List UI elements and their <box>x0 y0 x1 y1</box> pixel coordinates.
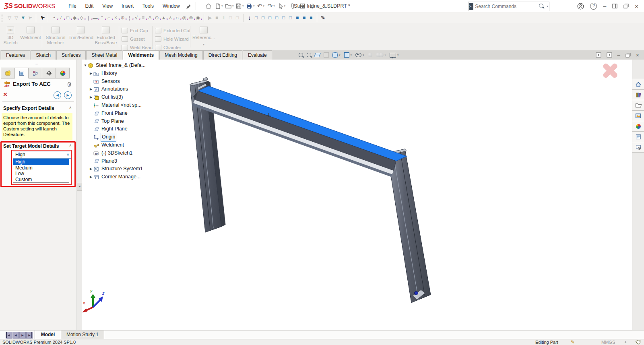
filter-sketch-segments-icon[interactable]: ⌐ <box>105 14 112 22</box>
tab-surfaces[interactable]: Surfaces <box>56 50 86 60</box>
filter-edges-icon[interactable]: / <box>58 14 64 22</box>
filter-centerlines-icon[interactable]: ¦ <box>126 14 133 22</box>
filter-center-marks-icon[interactable]: ⊕ <box>119 14 126 22</box>
tree-item-corner-management[interactable]: ▶ Corner Manage... <box>83 173 167 181</box>
tree-item-origin[interactable]: Origin <box>83 133 167 141</box>
filter-funnel-icon[interactable]: ▽ <box>13 14 20 22</box>
display-manager-tab[interactable] <box>56 68 70 79</box>
save-icon[interactable] <box>235 2 244 10</box>
menu-edit[interactable]: Edit <box>81 0 98 12</box>
pane-right-icon[interactable] <box>607 52 612 58</box>
tree-item-weldment[interactable]: Weldment <box>83 141 167 149</box>
select-tool-icon[interactable]: ➤ <box>39 14 45 22</box>
tab-mesh-modeling[interactable]: Mesh Modeling <box>159 50 202 60</box>
property-manager-tab[interactable] <box>15 68 29 79</box>
tab-sheet-metal[interactable]: Sheet Metal <box>86 50 122 60</box>
view-dimetric-icon[interactable]: ■ <box>301 14 308 22</box>
right-column[interactable] <box>387 149 431 303</box>
view-left-icon[interactable]: □ <box>266 14 273 22</box>
capture-image-icon[interactable]: □ <box>234 14 241 22</box>
hole-wizard-button[interactable]: Hole Wizard <box>155 35 189 43</box>
section-view-icon[interactable] <box>315 53 320 57</box>
top-beam[interactable] <box>192 84 407 177</box>
gusset-button[interactable]: Gusset <box>122 35 144 43</box>
cancel-button[interactable]: × <box>3 91 7 98</box>
units-text[interactable]: MMGS <box>601 340 615 345</box>
cursor-arrow-icon[interactable]: ➤ <box>27 14 33 22</box>
tab-evaluate[interactable]: Evaluate <box>243 50 272 60</box>
panel-drag-dots[interactable]: ⋯ <box>35 62 38 66</box>
tree-item-3dsketch1[interactable]: 3D (-) 3DSketch1 <box>83 149 167 157</box>
hide-show-items-icon[interactable] <box>355 53 364 57</box>
view-top-icon[interactable]: □ <box>280 14 287 22</box>
panel-splitter[interactable]: ◂ <box>77 60 82 330</box>
selected-face[interactable] <box>198 86 407 161</box>
collapsed-arrow-icon[interactable]: ▶ <box>89 165 93 173</box>
view-normal-to-icon[interactable]: ↓ <box>246 14 253 22</box>
end-cap-button[interactable]: End Cap <box>122 27 148 34</box>
filter-connection-points-icon[interactable]: ⊚ <box>188 14 194 22</box>
feature-manager-tab[interactable] <box>1 68 15 79</box>
panel-help-icon[interactable]: ? <box>68 81 71 87</box>
filter-planes-icon[interactable]: ▬ <box>92 14 99 22</box>
filter-routing-points-icon[interactable]: ◉ <box>194 14 201 22</box>
configuration-manager-tab[interactable] <box>29 68 42 79</box>
tab-weldments[interactable]: Weldments <box>123 50 159 60</box>
account-icon[interactable] <box>577 3 584 10</box>
tree-item-plane3[interactable]: Plane3 <box>83 157 167 165</box>
print-icon[interactable] <box>246 2 255 10</box>
view-settings-icon[interactable] <box>390 53 399 58</box>
collapsed-arrow-icon[interactable]: ▶ <box>89 70 93 78</box>
menu-file[interactable]: File <box>64 0 80 12</box>
menu-view[interactable]: View <box>98 0 117 12</box>
weldment-button[interactable]: Weldment <box>20 25 41 49</box>
tree-item-material[interactable]: Material <not sp... <box>83 101 167 109</box>
collapsed-arrow-icon[interactable]: ▶ <box>89 93 93 101</box>
filter-weld-symbols-icon[interactable]: ∧ <box>167 14 174 22</box>
filter-weld-beads-icon[interactable]: ∩ <box>174 14 181 22</box>
specify-export-details-header[interactable]: Specify Export Details <box>3 105 54 111</box>
redo-icon[interactable]: ↷ <box>267 2 276 10</box>
filter-solid-bodies-icon[interactable]: ◇ <box>78 14 85 22</box>
filter-apply-icon[interactable]: ▼ <box>20 14 27 22</box>
view-isometric-icon[interactable]: ■ <box>294 14 301 22</box>
confirmation-corner-cancel-icon[interactable] <box>602 64 618 78</box>
design-library-icon[interactable] <box>632 90 644 100</box>
tree-item-structure-system1[interactable]: ▶ Structure System1 <box>83 165 167 173</box>
doc-restore-icon[interactable] <box>625 53 631 58</box>
filter-surface-bodies-icon[interactable]: ◆ <box>71 14 78 22</box>
first-tab-icon[interactable]: ◀ <box>6 332 12 339</box>
motion-study-1-tab[interactable]: Motion Study 1 <box>61 331 104 339</box>
tags-icon[interactable] <box>635 340 641 345</box>
extruded-cut-button[interactable]: Extruded Cut <box>155 27 190 34</box>
back-button[interactable]: ◀ <box>54 91 61 99</box>
structural-member-button[interactable]: Structural Member <box>43 25 68 49</box>
filter-gtols-icon[interactable]: ◎ <box>181 14 188 22</box>
model-tab[interactable]: Model <box>35 331 61 339</box>
last-tab-icon[interactable]: ▶ <box>26 332 33 339</box>
open-document-icon[interactable] <box>225 2 234 10</box>
view-bottom-icon[interactable]: □ <box>287 14 294 22</box>
view-front-icon[interactable]: □ <box>253 14 260 22</box>
search-icon[interactable] <box>539 4 543 9</box>
view-right-icon[interactable]: □ <box>273 14 280 22</box>
collapsed-arrow-icon[interactable]: ▶ <box>89 85 93 93</box>
tree-item-root[interactable]: ▼ Steel frame_& (Defa... <box>83 62 167 70</box>
tree-item-history[interactable]: ▶ History <box>83 70 167 78</box>
doc-close-icon[interactable]: × <box>636 52 639 58</box>
tree-item-top-plane[interactable]: Top Plane <box>83 118 167 126</box>
solidworks-resources-icon[interactable] <box>632 79 644 90</box>
tree-item-right-plane[interactable]: Right Plane <box>83 125 167 133</box>
zoom-to-fit-icon[interactable] <box>299 53 303 57</box>
play-icon[interactable]: ▶ <box>206 14 213 22</box>
filter-vertices-icon[interactable]: • <box>51 14 58 22</box>
solidworks-forum-icon[interactable] <box>632 142 644 153</box>
expanded-arrow-icon[interactable]: ▼ <box>83 62 88 70</box>
appearances-scenes-icon[interactable] <box>632 121 644 132</box>
3d-sketch-button[interactable]: 3D3D Sketch <box>2 25 19 49</box>
collapse-ribbon-icon[interactable] <box>612 4 617 8</box>
trim-extend-button[interactable]: Trim/Extend <box>68 25 94 49</box>
extruded-boss-base-button[interactable]: Extruded Boss/Base <box>94 25 118 49</box>
tree-item-sensors[interactable]: Sensors <box>83 78 167 86</box>
tab-direct-editing[interactable]: Direct Editing <box>203 50 242 60</box>
